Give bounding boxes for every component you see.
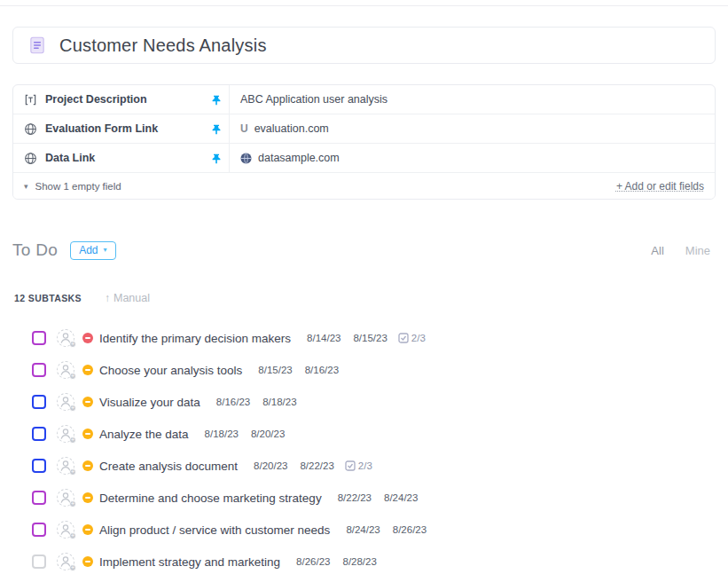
task-start-date[interactable]: 8/14/23 bbox=[307, 333, 341, 343]
task-due-date[interactable]: 8/26/23 bbox=[393, 524, 427, 535]
checklist-count: 2/3 bbox=[358, 460, 372, 471]
subtasks-toolbar: 12 SUBTASKS ↑ Manual bbox=[12, 292, 716, 304]
status-checkbox[interactable] bbox=[32, 523, 46, 537]
status-checkbox[interactable] bbox=[32, 363, 46, 377]
priority-icon[interactable] bbox=[82, 429, 93, 439]
text-field-icon bbox=[24, 93, 37, 106]
status-checkbox[interactable] bbox=[32, 491, 46, 505]
status-checkbox[interactable] bbox=[32, 459, 46, 473]
task-due-date[interactable]: 8/24/23 bbox=[384, 492, 418, 503]
custom-fields-panel: Project Description ABC Application user… bbox=[12, 84, 716, 200]
sort-control[interactable]: ↑ Manual bbox=[105, 292, 150, 304]
field-label: Project Description bbox=[45, 93, 203, 106]
task-row: + Implement strategy and marketing 8/26/… bbox=[12, 546, 716, 578]
todo-header: To Do Add ▾ All Mine bbox=[12, 240, 716, 260]
add-button-label: Add bbox=[79, 244, 98, 256]
field-label-cell[interactable]: Project Description bbox=[13, 85, 230, 114]
filter-all[interactable]: All bbox=[651, 244, 663, 257]
assign-user-icon[interactable]: + bbox=[57, 457, 74, 475]
show-empty-label: Show 1 empty field bbox=[35, 181, 121, 192]
priority-icon[interactable] bbox=[82, 556, 93, 567]
field-label-cell[interactable]: Evaluation Form Link bbox=[13, 114, 230, 143]
field-value-cell[interactable]: datasample.com bbox=[230, 144, 715, 172]
field-row: Evaluation Form Link U evaluation.com bbox=[13, 114, 715, 144]
task-start-date[interactable]: 8/16/23 bbox=[216, 397, 250, 407]
plus-badge-icon: + bbox=[69, 532, 76, 539]
field-value-cell[interactable]: U evaluation.com bbox=[230, 114, 715, 143]
task-title[interactable]: Analyze the data bbox=[99, 428, 189, 441]
pin-icon[interactable] bbox=[211, 153, 222, 164]
globe-icon bbox=[24, 152, 37, 165]
task-row: + Align product / service with customer … bbox=[12, 514, 716, 546]
field-row: Project Description ABC Application user… bbox=[13, 85, 715, 114]
checklist-badge[interactable]: 2/3 bbox=[345, 460, 372, 471]
task-start-date[interactable]: 8/24/23 bbox=[346, 524, 380, 535]
filter-mine[interactable]: Mine bbox=[685, 244, 710, 257]
field-rows: Project Description ABC Application user… bbox=[13, 85, 715, 173]
document-icon bbox=[27, 35, 47, 55]
task-start-date[interactable]: 8/18/23 bbox=[205, 429, 239, 439]
status-checkbox[interactable] bbox=[32, 427, 46, 441]
todo-section-title: To Do bbox=[12, 240, 58, 260]
priority-icon[interactable] bbox=[82, 492, 93, 503]
pin-icon[interactable] bbox=[211, 94, 222, 106]
task-title[interactable]: Implement strategy and marketing bbox=[99, 555, 280, 569]
globe-icon bbox=[24, 122, 37, 136]
priority-icon[interactable] bbox=[82, 333, 93, 343]
assign-user-icon[interactable]: + bbox=[57, 425, 74, 443]
field-value-cell[interactable]: ABC Application user analysis bbox=[230, 85, 715, 114]
priority-icon[interactable] bbox=[82, 397, 93, 407]
field-row: Data Link datasample.com bbox=[13, 144, 715, 173]
assign-user-icon[interactable]: + bbox=[57, 393, 74, 411]
task-start-date[interactable]: 8/20/23 bbox=[254, 460, 287, 471]
assign-user-icon[interactable]: + bbox=[57, 329, 74, 347]
task-due-date[interactable]: 8/15/23 bbox=[353, 333, 387, 343]
task-due-date[interactable]: 8/28/23 bbox=[342, 556, 376, 567]
show-empty-fields-toggle[interactable]: ▾ Show 1 empty field bbox=[24, 181, 121, 192]
task-due-date[interactable]: 8/20/23 bbox=[251, 429, 285, 439]
task-row: + Identify the primary decision makers 8… bbox=[12, 322, 716, 354]
task-title[interactable]: Identify the primary decision makers bbox=[99, 332, 291, 345]
caret-down-icon: ▾ bbox=[24, 182, 28, 191]
plus-badge-icon: + bbox=[69, 564, 76, 571]
task-title[interactable]: Determine and choose marketing strategy bbox=[99, 492, 322, 505]
add-or-edit-fields-button[interactable]: + Add or edit fields bbox=[616, 180, 704, 193]
task-start-date[interactable]: 8/15/23 bbox=[258, 365, 292, 375]
pin-icon[interactable] bbox=[211, 123, 222, 135]
task-row: + Determine and choose marketing strateg… bbox=[12, 482, 716, 514]
task-filters: All Mine bbox=[651, 244, 716, 257]
add-task-button[interactable]: Add ▾ bbox=[70, 241, 115, 260]
task-start-date[interactable]: 8/22/23 bbox=[338, 492, 372, 503]
task-title[interactable]: Visualize your data bbox=[99, 396, 200, 409]
task-list: + Identify the primary decision makers 8… bbox=[12, 322, 716, 582]
assign-user-icon[interactable]: + bbox=[57, 553, 74, 570]
assign-user-icon[interactable]: + bbox=[57, 361, 74, 379]
page: Customer Needs Analysis Project Descript… bbox=[0, 27, 728, 582]
task-start-date[interactable]: 8/26/23 bbox=[296, 556, 330, 567]
task-row: + Analyze the data 8/18/23 8/20/23 bbox=[12, 418, 716, 450]
favicon-globe-icon bbox=[240, 153, 252, 164]
arrow-up-icon: ↑ bbox=[105, 292, 110, 304]
assign-user-icon[interactable]: + bbox=[57, 521, 74, 539]
task-title[interactable]: Align product / service with customer ne… bbox=[99, 523, 330, 537]
task-due-date[interactable]: 8/16/23 bbox=[305, 365, 339, 375]
status-checkbox[interactable] bbox=[32, 395, 46, 409]
checklist-badge[interactable]: 2/3 bbox=[398, 333, 426, 343]
priority-icon[interactable] bbox=[82, 365, 93, 375]
priority-icon[interactable] bbox=[82, 460, 93, 471]
plus-badge-icon: + bbox=[69, 436, 76, 444]
field-label-cell[interactable]: Data Link bbox=[13, 144, 230, 172]
task-title[interactable]: Choose your analysis tools bbox=[99, 364, 242, 377]
page-title[interactable]: Customer Needs Analysis bbox=[59, 35, 267, 56]
task-title[interactable]: Create analysis document bbox=[99, 460, 238, 473]
assign-user-icon[interactable]: + bbox=[57, 489, 74, 507]
task-due-date[interactable]: 8/18/23 bbox=[262, 397, 296, 407]
status-checkbox[interactable] bbox=[32, 554, 46, 569]
task-row: + Create analysis document 8/20/23 8/22/… bbox=[12, 450, 716, 482]
status-checkbox[interactable] bbox=[32, 331, 46, 345]
checklist-count: 2/3 bbox=[411, 333, 426, 343]
priority-icon[interactable] bbox=[82, 524, 93, 535]
top-divider bbox=[0, 5, 728, 6]
task-due-date[interactable]: 8/22/23 bbox=[300, 460, 333, 471]
field-label: Evaluation Form Link bbox=[45, 122, 203, 135]
